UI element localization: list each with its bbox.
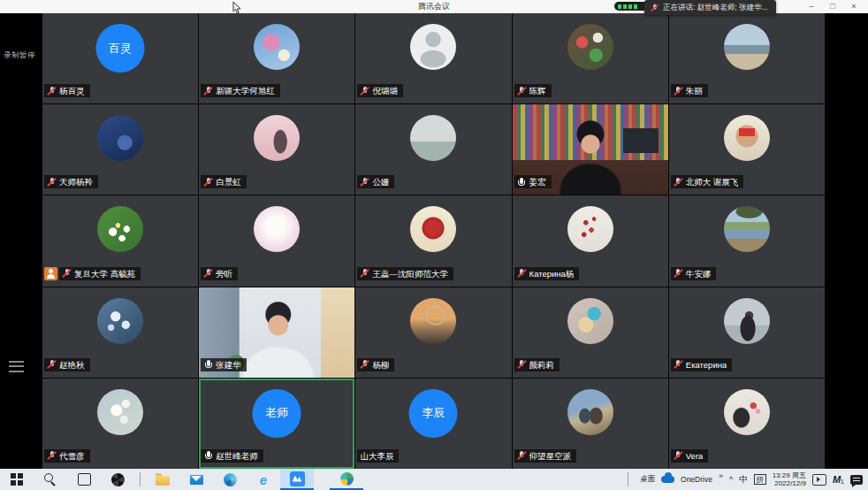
- onedrive-label[interactable]: OneDrive: [681, 475, 712, 484]
- participant-tile[interactable]: 新疆大学何旭红: [199, 13, 354, 103]
- participant-name: 颜莉莉: [529, 359, 555, 371]
- participant-tile[interactable]: 赵艳秋: [42, 287, 198, 378]
- minimize-button[interactable]: –: [801, 0, 822, 13]
- file-explorer-button[interactable]: [146, 469, 179, 490]
- participant-tile[interactable]: 牛安娜: [669, 195, 825, 286]
- participant-name: 山大李辰: [360, 450, 393, 462]
- participant-avatar: [567, 298, 613, 344]
- participant-avatar: [254, 206, 300, 252]
- action-center-icon[interactable]: [850, 475, 863, 485]
- participant-label: 白景虹: [201, 175, 247, 188]
- participant-avatar: 老师: [253, 389, 301, 438]
- participant-avatar: [410, 206, 456, 252]
- participant-label: 新疆大学何旭红: [201, 84, 280, 97]
- maximize-button[interactable]: □: [822, 0, 843, 13]
- mic-icon: [203, 177, 213, 188]
- participant-tile[interactable]: 代雪彦: [42, 379, 198, 469]
- mail-icon: [190, 475, 203, 485]
- participant-name: 复旦大学 高毓苑: [74, 268, 135, 279]
- clock-time: 13:29 周五: [773, 471, 806, 480]
- participant-tile[interactable]: 仰望星空派: [513, 379, 668, 469]
- participant-avatar: [97, 298, 143, 344]
- participant-label: 仰望星空派: [514, 449, 577, 463]
- participant-tile[interactable]: 姜宏: [513, 104, 668, 195]
- participant-tile[interactable]: 陈辉: [513, 13, 668, 103]
- ime-language-indicator[interactable]: 中: [739, 473, 748, 486]
- app-colorful-pinwheel[interactable]: [330, 469, 363, 490]
- participant-name: 姜宏: [529, 176, 546, 188]
- participant-name: 天师杨羚: [59, 176, 93, 188]
- participant-tile[interactable]: 北师大 谢展飞: [669, 104, 825, 195]
- participant-label: Екатерина: [671, 358, 732, 371]
- left-sidebar: 录制暂停: [0, 13, 42, 469]
- mic-icon: [674, 177, 683, 188]
- task-view-icon: [78, 473, 91, 486]
- participant-name: 新疆大学何旭红: [216, 85, 275, 96]
- participant-tile[interactable]: 杨柳: [355, 287, 511, 378]
- meeting-window: 腾讯会议 – □ × 正在讲话: 赵世峰老师; 张建华... 录制暂停 百灵 杨…: [0, 0, 868, 490]
- participant-avatar: [724, 115, 770, 161]
- participant-avatar: [567, 389, 613, 435]
- participant-tile-active-speaker[interactable]: 老师 赵世峰老师: [199, 379, 354, 469]
- participant-name: 白景虹: [216, 176, 241, 188]
- media-player-tray-icon[interactable]: [812, 474, 826, 486]
- participant-tile[interactable]: 公姗: [355, 104, 511, 195]
- participant-name: 杨百灵: [59, 85, 85, 96]
- participant-avatar: [410, 24, 456, 70]
- task-view-button[interactable]: [67, 469, 101, 490]
- participant-label: 王蕊—沈阳师范大学: [357, 267, 453, 280]
- mic-icon: [674, 268, 683, 279]
- mic-muted-icon: [651, 3, 659, 11]
- participant-tile[interactable]: 白景虹: [199, 104, 354, 195]
- participant-tile[interactable]: 颜莉莉: [513, 287, 668, 378]
- mic-icon: [674, 86, 683, 96]
- participant-label: 赵世峰老师: [201, 449, 263, 463]
- participant-name: 赵艳秋: [59, 359, 85, 371]
- ink-sub: 1: [841, 479, 844, 485]
- participant-tile[interactable]: 朱丽: [669, 13, 825, 103]
- participant-name: 旁听: [216, 268, 232, 279]
- participant-tile[interactable]: 王蕊—沈阳师范大学: [355, 195, 511, 286]
- close-button[interactable]: ×: [843, 0, 864, 13]
- tencent-meeting-icon: [290, 471, 305, 486]
- participant-tile[interactable]: Екатерина: [669, 287, 825, 378]
- participant-tile[interactable]: 天师杨羚: [42, 104, 198, 195]
- participant-tile[interactable]: 旁听: [199, 195, 354, 286]
- mic-icon: [517, 450, 527, 461]
- internet-explorer-button[interactable]: e: [247, 469, 280, 490]
- window-controls: – □ ×: [801, 0, 864, 13]
- mic-icon: [674, 450, 683, 461]
- mail-button[interactable]: [179, 469, 213, 490]
- internet-explorer-icon: e: [260, 473, 267, 486]
- start-button[interactable]: [0, 469, 34, 490]
- participant-tile[interactable]: Катерина杨: [513, 195, 668, 286]
- system-tray: 桌面 OneDrive » ^ 中 拼 13:29 周五 2022/12/9 M…: [622, 469, 868, 490]
- participant-label: 朱丽: [671, 84, 708, 97]
- mic-icon: [203, 450, 213, 461]
- app-dark-fan[interactable]: [101, 469, 134, 490]
- participant-list-icon[interactable]: [9, 361, 24, 372]
- ink-workspace-icon[interactable]: M 1: [833, 474, 844, 485]
- participant-tile[interactable]: Vera: [669, 379, 825, 469]
- participant-label: 山大李辰: [357, 449, 399, 463]
- participant-label: 复旦大学 高毓苑: [59, 267, 141, 280]
- participant-tile[interactable]: 百灵 杨百灵: [42, 13, 198, 103]
- taskbar-clock[interactable]: 13:29 周五 2022/12/9: [773, 471, 806, 488]
- taskbar-overflow-chevron[interactable]: »: [719, 471, 723, 480]
- tray-expand-button[interactable]: ^: [729, 475, 733, 484]
- mic-icon: [360, 86, 369, 96]
- participant-tile[interactable]: 复旦大学 高毓苑: [42, 195, 198, 286]
- participant-label: 旁听: [201, 267, 238, 280]
- participant-avatar: [724, 389, 770, 435]
- edge-button[interactable]: [213, 469, 247, 490]
- search-button[interactable]: [34, 469, 67, 490]
- show-desktop-label[interactable]: 桌面: [640, 474, 655, 485]
- participant-tile[interactable]: 倪璐璐: [355, 13, 511, 103]
- participant-tile[interactable]: 张建华: [199, 287, 354, 378]
- ime-mode-indicator[interactable]: 拼: [754, 474, 766, 485]
- onedrive-icon[interactable]: [661, 476, 674, 483]
- search-icon: [44, 473, 57, 486]
- tencent-meeting-button[interactable]: [280, 469, 314, 490]
- participant-tile[interactable]: 李辰 山大李辰: [355, 379, 511, 469]
- participant-avatar: [254, 115, 300, 161]
